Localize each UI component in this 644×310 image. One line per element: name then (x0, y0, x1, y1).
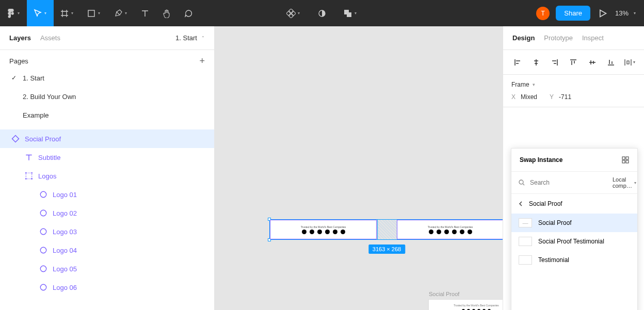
page-item-start[interactable]: 1. Start (0, 69, 214, 87)
share-button[interactable]: Share (556, 6, 590, 21)
zoom-value: 13% (615, 9, 629, 17)
align-left[interactable] (510, 59, 525, 66)
svg-rect-9 (12, 136, 19, 142)
chevron-down-icon: ▾ (18, 11, 20, 15)
pen-icon (114, 9, 123, 18)
selection-dimensions: 3163 × 268 (368, 244, 405, 254)
thumb-social-proof[interactable]: Social Proof Trusted by the World's Best… (428, 299, 503, 310)
chevron-down-icon: ▾ (98, 11, 100, 15)
left-panel: Layers Assets 1. Start ⌃ Pages + 1. Star… (0, 26, 215, 310)
layers-tab[interactable]: Layers (9, 34, 31, 42)
layer-logo-06[interactable]: Logo 06 (0, 278, 214, 297)
logo-dots (302, 230, 345, 234)
align-bottom[interactable] (604, 59, 618, 66)
layer-subtitle[interactable]: Subtitle (0, 148, 214, 167)
page-item-build[interactable]: 2. Build Your Own (0, 87, 214, 106)
svg-point-25 (519, 180, 523, 184)
library-scope-select[interactable]: Local comp… ▾ (613, 176, 636, 189)
ellipse-layer-icon (39, 246, 47, 254)
align-h-center[interactable] (529, 59, 543, 66)
comment-tool[interactable] (178, 0, 199, 26)
shape-tool[interactable]: ▾ (81, 0, 107, 26)
instance-gap (377, 220, 398, 239)
layer-logo-01[interactable]: Logo 01 (0, 185, 214, 204)
align-v-center[interactable] (585, 59, 600, 66)
swap-back-button[interactable]: Social Proof (511, 194, 637, 214)
prototype-tab[interactable]: Prototype (544, 34, 573, 42)
svg-point-15 (40, 191, 46, 197)
svg-rect-1 (88, 10, 94, 17)
page-item-example[interactable]: Example (0, 106, 214, 124)
component-instance-icon (11, 135, 20, 143)
zoom-select[interactable]: 13% ▾ (615, 9, 636, 17)
layer-component[interactable]: Social Proof (0, 129, 214, 148)
svg-point-16 (40, 210, 46, 216)
distribute[interactable]: ▾ (622, 59, 637, 66)
present-button[interactable] (597, 0, 609, 26)
logo-dots (429, 230, 472, 234)
hand-tool[interactable] (156, 0, 178, 26)
user-avatar[interactable]: T (536, 7, 550, 20)
rectangle-icon (87, 9, 96, 18)
add-page-button[interactable]: + (199, 56, 205, 67)
component-thumb-icon: — (519, 218, 532, 227)
text-icon (140, 9, 150, 18)
popover-title: Swap Instance (520, 156, 562, 164)
component-tool[interactable]: ▾ (280, 0, 307, 26)
ellipse-layer-icon (39, 227, 47, 236)
svg-point-19 (40, 266, 46, 271)
figma-menu[interactable]: ▾ (0, 0, 27, 26)
align-top[interactable] (566, 59, 581, 66)
align-right[interactable] (548, 59, 562, 66)
top-toolbar: ▾ ▾ ▾ ▾ ▾ ▾ (0, 0, 644, 26)
group-layer-icon (25, 172, 33, 180)
swap-search-input[interactable] (530, 179, 607, 186)
mask-tool[interactable] (311, 0, 333, 26)
swap-item-testimonial[interactable]: Testimonial (511, 251, 637, 269)
boolean-tool[interactable]: ▾ (337, 0, 364, 26)
pages-heading: Pages (9, 57, 28, 65)
design-tab[interactable]: Design (512, 34, 535, 42)
right-panel: Design Prototype Inspect ▾ Frame ▾ X Mix… (503, 26, 644, 310)
text-tool[interactable] (134, 0, 156, 26)
component-icon (286, 9, 296, 18)
frame-section-label[interactable]: Frame ▾ (511, 81, 636, 88)
inspect-tab[interactable]: Inspect (582, 34, 604, 42)
ellipse-layer-icon (39, 209, 47, 217)
x-field[interactable]: X Mixed (511, 93, 537, 101)
chevron-down-icon: ▾ (125, 11, 127, 15)
frame-tool[interactable]: ▾ (54, 0, 81, 26)
chevron-down-icon: ▾ (634, 11, 636, 15)
selected-instance[interactable]: Trusted by the World's Best Companies Tr… (269, 219, 503, 240)
ellipse-layer-icon (39, 283, 47, 291)
chevron-down-icon: ▾ (71, 11, 73, 15)
swap-instance-popover: Swap Instance Local comp… ▾ Social Proof… (511, 148, 638, 310)
swap-item-social-proof-testimonial[interactable]: Social Proof Testimonial (511, 232, 637, 251)
hand-icon (162, 9, 171, 18)
svg-rect-23 (622, 160, 625, 163)
svg-point-20 (40, 284, 46, 290)
assets-tab[interactable]: Assets (40, 34, 60, 42)
figma-logo-icon (6, 9, 15, 18)
play-icon (598, 9, 607, 18)
union-icon (343, 9, 352, 18)
search-icon (519, 180, 525, 186)
svg-rect-21 (622, 157, 625, 159)
alignment-controls: ▾ (503, 50, 644, 75)
comment-icon (184, 9, 193, 18)
canvas: Trusted by the World's Best Companies Tr… (215, 26, 503, 310)
layer-logo-03[interactable]: Logo 03 (0, 222, 214, 241)
layer-logo-02[interactable]: Logo 02 (0, 204, 214, 222)
layer-logo-05[interactable]: Logo 05 (0, 259, 214, 278)
grid-view-toggle[interactable] (622, 156, 629, 164)
layer-logos-group[interactable]: Logos (0, 167, 214, 185)
pen-tool[interactable]: ▾ (107, 0, 134, 26)
layer-logo-04[interactable]: Logo 04 (0, 241, 214, 259)
mask-icon (317, 9, 327, 18)
text-layer-icon (25, 153, 33, 161)
swap-item-social-proof[interactable]: — Social Proof (511, 214, 637, 232)
y-field[interactable]: Y -711 (550, 93, 571, 101)
move-tool[interactable]: ▾ (27, 0, 54, 26)
svg-point-18 (40, 247, 46, 253)
current-page-select[interactable]: 1. Start ⌃ (175, 34, 205, 42)
